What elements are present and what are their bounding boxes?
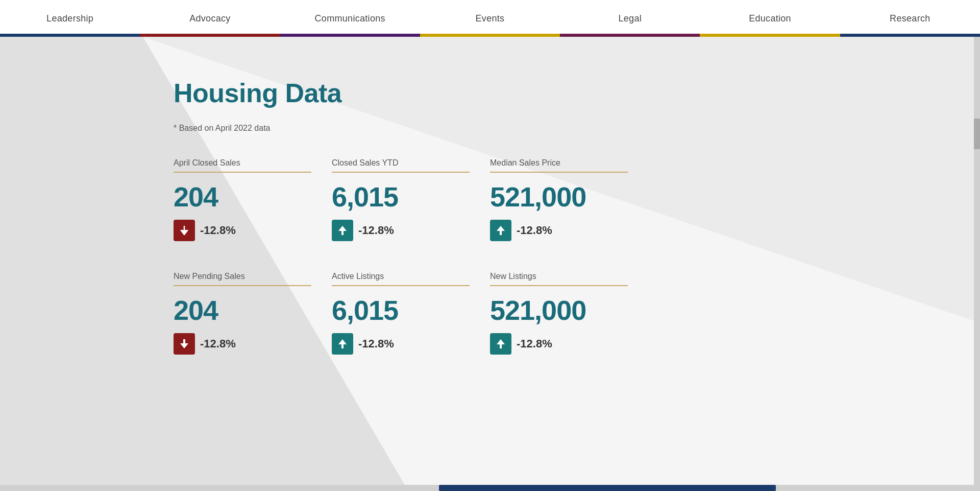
stat-card-april-closed-sales: April Closed Sales 204 -12.8% (174, 158, 332, 241)
stat-value-0: 204 (174, 181, 311, 213)
nav-item-advocacy[interactable]: Advocacy (140, 13, 280, 24)
svg-marker-6 (497, 226, 505, 231)
stat-label-2: Median Sales Price (490, 158, 628, 173)
svg-marker-10 (338, 339, 347, 344)
page-title: Housing Data (174, 78, 980, 108)
stat-card-closed-sales-ytd: Closed Sales YTD 6,015 -12.8% (332, 158, 490, 241)
nav-item-legal[interactable]: Legal (560, 13, 700, 24)
stat-change-5: -12.8% (490, 333, 628, 355)
stats-row-1: April Closed Sales 204 -12.8% Closed Sal… (174, 158, 980, 241)
svg-marker-4 (338, 226, 347, 231)
stat-change-text-3: -12.8% (200, 337, 236, 350)
svg-marker-3 (180, 230, 188, 235)
arrow-up-icon-5 (490, 333, 511, 355)
stat-change-text-1: -12.8% (358, 224, 394, 237)
arrow-up-icon-4 (332, 333, 353, 355)
svg-marker-8 (180, 343, 188, 348)
svg-rect-11 (341, 344, 344, 348)
svg-rect-13 (500, 344, 502, 348)
stat-change-text-5: -12.8% (517, 337, 552, 350)
stat-card-new-listings: New Listings 521,000 -12.8% (490, 272, 648, 355)
stat-value-1: 6,015 (332, 181, 470, 213)
stat-change-3: -12.8% (174, 333, 311, 355)
arrow-up-icon-1 (332, 220, 353, 241)
arrow-down-icon-0 (174, 220, 195, 241)
main-content: Housing Data * Based on April 2022 data … (0, 37, 980, 491)
nav-item-leadership[interactable]: Leadership (0, 13, 140, 24)
stat-change-1: -12.8% (332, 220, 470, 241)
stat-change-4: -12.8% (332, 333, 470, 355)
stat-label-4: Active Listings (332, 272, 470, 286)
stat-value-4: 6,015 (332, 294, 470, 326)
svg-rect-5 (341, 230, 344, 235)
stat-change-0: -12.8% (174, 220, 311, 241)
stat-card-median-sales-price: Median Sales Price 521,000 -12.8% (490, 158, 648, 241)
arrow-up-icon-2 (490, 220, 511, 241)
stat-value-3: 204 (174, 294, 311, 326)
navigation: Leadership Advocacy Communications Event… (0, 0, 980, 37)
stat-card-new-pending-sales: New Pending Sales 204 -12.8% (174, 272, 332, 355)
arrow-down-icon-3 (174, 333, 195, 355)
stats-row-2: New Pending Sales 204 -12.8% Active List… (174, 272, 980, 355)
stat-card-active-listings: Active Listings 6,015 -12.8% (332, 272, 490, 355)
stat-change-2: -12.8% (490, 220, 628, 241)
bottom-scrollbar-thumb[interactable] (439, 485, 776, 491)
nav-item-education[interactable]: Education (700, 13, 840, 24)
stat-label-0: April Closed Sales (174, 158, 311, 173)
nav-item-research[interactable]: Research (840, 13, 980, 24)
stat-value-5: 521,000 (490, 294, 628, 326)
stat-label-3: New Pending Sales (174, 272, 311, 286)
stat-label-5: New Listings (490, 272, 628, 286)
svg-marker-12 (497, 339, 505, 344)
nav-item-events[interactable]: Events (420, 13, 560, 24)
stat-change-text-2: -12.8% (517, 224, 552, 237)
svg-rect-7 (500, 230, 502, 235)
nav-item-communications[interactable]: Communications (280, 13, 420, 24)
stat-label-1: Closed Sales YTD (332, 158, 470, 173)
page-subtitle: * Based on April 2022 data (174, 124, 980, 133)
stat-change-text-4: -12.8% (358, 337, 394, 350)
content-area: Housing Data * Based on April 2022 data … (0, 37, 980, 426)
bottom-scrollbar[interactable] (0, 485, 980, 491)
stat-change-text-0: -12.8% (200, 224, 236, 237)
svg-rect-9 (183, 339, 185, 344)
stat-value-2: 521,000 (490, 181, 628, 213)
